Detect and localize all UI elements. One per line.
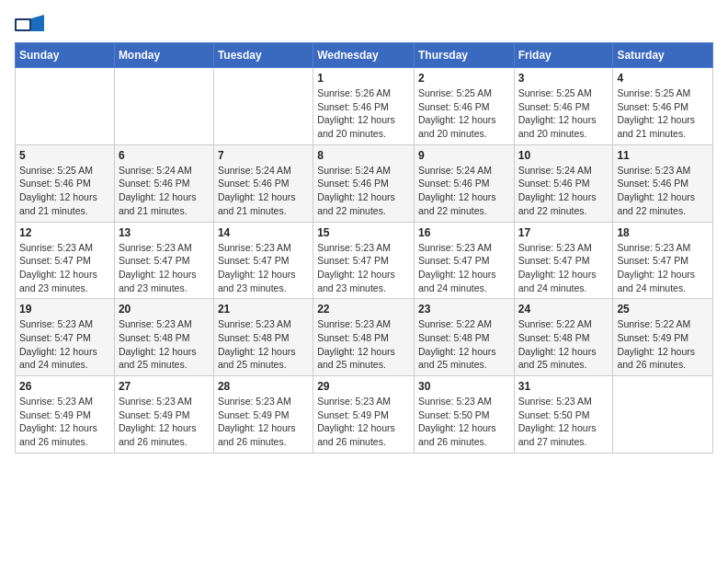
calendar-cell: 28Sunrise: 5:23 AMSunset: 5:49 PMDayligh… (213, 376, 313, 454)
week-row-5: 26Sunrise: 5:23 AMSunset: 5:49 PMDayligh… (16, 376, 713, 454)
header-monday: Monday (114, 43, 213, 68)
day-number: 27 (119, 380, 210, 393)
calendar-cell: 26Sunrise: 5:23 AMSunset: 5:49 PMDayligh… (16, 376, 115, 454)
day-info: Sunrise: 5:25 AMSunset: 5:46 PMDaylight:… (617, 86, 709, 141)
day-number: 24 (518, 303, 609, 316)
calendar-cell: 10Sunrise: 5:24 AMSunset: 5:46 PMDayligh… (514, 144, 613, 222)
day-info: Sunrise: 5:23 AMSunset: 5:47 PMDaylight:… (19, 241, 110, 295)
day-number: 12 (19, 226, 110, 239)
day-number: 7 (218, 149, 309, 162)
calendar-cell: 16Sunrise: 5:23 AMSunset: 5:47 PMDayligh… (414, 222, 514, 299)
day-number: 31 (518, 380, 609, 393)
calendar-cell: 31Sunrise: 5:23 AMSunset: 5:50 PMDayligh… (514, 376, 613, 454)
day-info: Sunrise: 5:24 AMSunset: 5:46 PMDaylight:… (119, 164, 210, 218)
week-row-2: 5Sunrise: 5:25 AMSunset: 5:46 PMDaylight… (16, 144, 713, 222)
calendar-cell: 17Sunrise: 5:23 AMSunset: 5:47 PMDayligh… (514, 222, 613, 299)
page-header (15, 15, 713, 35)
day-info: Sunrise: 5:23 AMSunset: 5:49 PMDaylight:… (317, 395, 410, 449)
calendar-cell: 25Sunrise: 5:22 AMSunset: 5:49 PMDayligh… (613, 299, 713, 376)
logo (15, 15, 48, 35)
calendar-cell: 3Sunrise: 5:25 AMSunset: 5:46 PMDaylight… (514, 68, 613, 145)
header-saturday: Saturday (613, 43, 713, 68)
day-number: 23 (418, 303, 510, 316)
calendar-cell: 23Sunrise: 5:22 AMSunset: 5:48 PMDayligh… (414, 299, 514, 376)
day-info: Sunrise: 5:25 AMSunset: 5:46 PMDaylight:… (418, 86, 510, 141)
day-number: 11 (617, 149, 709, 162)
week-row-1: 1Sunrise: 5:26 AMSunset: 5:46 PMDaylight… (16, 68, 713, 145)
calendar-cell: 7Sunrise: 5:24 AMSunset: 5:46 PMDaylight… (213, 144, 313, 222)
day-info: Sunrise: 5:23 AMSunset: 5:50 PMDaylight:… (418, 395, 510, 449)
calendar-cell (213, 68, 313, 145)
calendar-cell (613, 376, 713, 454)
day-info: Sunrise: 5:24 AMSunset: 5:46 PMDaylight:… (218, 164, 309, 218)
calendar-cell: 4Sunrise: 5:25 AMSunset: 5:46 PMDaylight… (613, 68, 713, 145)
day-number: 2 (418, 72, 510, 85)
day-info: Sunrise: 5:23 AMSunset: 5:47 PMDaylight:… (218, 241, 309, 295)
day-info: Sunrise: 5:23 AMSunset: 5:47 PMDaylight:… (19, 317, 110, 372)
day-info: Sunrise: 5:23 AMSunset: 5:48 PMDaylight:… (317, 317, 410, 372)
day-number: 3 (518, 72, 609, 85)
calendar-cell (114, 68, 213, 145)
day-number: 28 (218, 380, 309, 393)
calendar-cell: 8Sunrise: 5:24 AMSunset: 5:46 PMDaylight… (313, 144, 415, 222)
day-number: 6 (119, 149, 210, 162)
calendar-cell: 13Sunrise: 5:23 AMSunset: 5:47 PMDayligh… (114, 222, 213, 299)
day-number: 10 (518, 149, 609, 162)
calendar-cell: 30Sunrise: 5:23 AMSunset: 5:50 PMDayligh… (414, 376, 514, 454)
day-number: 21 (218, 303, 309, 316)
day-number: 9 (418, 149, 510, 162)
svg-marker-1 (31, 15, 44, 31)
day-info: Sunrise: 5:25 AMSunset: 5:46 PMDaylight:… (19, 164, 110, 218)
day-number: 19 (19, 303, 110, 316)
day-number: 17 (518, 226, 609, 239)
day-info: Sunrise: 5:26 AMSunset: 5:46 PMDaylight:… (317, 86, 410, 141)
day-info: Sunrise: 5:23 AMSunset: 5:47 PMDaylight:… (518, 241, 609, 295)
header-tuesday: Tuesday (213, 43, 313, 68)
calendar-cell: 1Sunrise: 5:26 AMSunset: 5:46 PMDaylight… (313, 68, 415, 145)
calendar-cell: 12Sunrise: 5:23 AMSunset: 5:47 PMDayligh… (16, 222, 115, 299)
calendar-cell: 2Sunrise: 5:25 AMSunset: 5:46 PMDaylight… (414, 68, 514, 145)
week-row-4: 19Sunrise: 5:23 AMSunset: 5:47 PMDayligh… (16, 299, 713, 376)
day-number: 22 (317, 303, 410, 316)
day-info: Sunrise: 5:23 AMSunset: 5:49 PMDaylight:… (19, 395, 110, 449)
day-number: 13 (119, 226, 210, 239)
svg-rect-2 (17, 20, 29, 29)
day-info: Sunrise: 5:23 AMSunset: 5:47 PMDaylight:… (119, 241, 210, 295)
header-wednesday: Wednesday (313, 43, 415, 68)
day-info: Sunrise: 5:23 AMSunset: 5:48 PMDaylight:… (218, 317, 309, 372)
day-number: 18 (617, 226, 709, 239)
day-number: 1 (317, 72, 410, 85)
calendar-cell: 11Sunrise: 5:23 AMSunset: 5:46 PMDayligh… (613, 144, 713, 222)
day-info: Sunrise: 5:23 AMSunset: 5:47 PMDaylight:… (418, 241, 510, 295)
day-number: 30 (418, 380, 510, 393)
calendar-cell: 24Sunrise: 5:22 AMSunset: 5:48 PMDayligh… (514, 299, 613, 376)
day-info: Sunrise: 5:24 AMSunset: 5:46 PMDaylight:… (317, 164, 410, 218)
calendar-cell: 15Sunrise: 5:23 AMSunset: 5:47 PMDayligh… (313, 222, 415, 299)
header-thursday: Thursday (414, 43, 514, 68)
day-info: Sunrise: 5:25 AMSunset: 5:46 PMDaylight:… (518, 86, 609, 141)
day-info: Sunrise: 5:23 AMSunset: 5:50 PMDaylight:… (518, 395, 609, 449)
calendar-cell: 14Sunrise: 5:23 AMSunset: 5:47 PMDayligh… (213, 222, 313, 299)
day-number: 5 (19, 149, 110, 162)
logo-icon (15, 15, 44, 35)
day-number: 26 (19, 380, 110, 393)
calendar-table: SundayMondayTuesdayWednesdayThursdayFrid… (15, 42, 713, 454)
calendar-cell: 27Sunrise: 5:23 AMSunset: 5:49 PMDayligh… (114, 376, 213, 454)
day-info: Sunrise: 5:22 AMSunset: 5:49 PMDaylight:… (617, 317, 709, 372)
day-info: Sunrise: 5:24 AMSunset: 5:46 PMDaylight:… (518, 164, 609, 218)
calendar-header-row: SundayMondayTuesdayWednesdayThursdayFrid… (16, 43, 713, 68)
calendar-cell: 18Sunrise: 5:23 AMSunset: 5:47 PMDayligh… (613, 222, 713, 299)
week-row-3: 12Sunrise: 5:23 AMSunset: 5:47 PMDayligh… (16, 222, 713, 299)
calendar-cell: 19Sunrise: 5:23 AMSunset: 5:47 PMDayligh… (16, 299, 115, 376)
day-info: Sunrise: 5:23 AMSunset: 5:49 PMDaylight:… (218, 395, 309, 449)
day-number: 16 (418, 226, 510, 239)
header-sunday: Sunday (16, 43, 115, 68)
day-info: Sunrise: 5:24 AMSunset: 5:46 PMDaylight:… (418, 164, 510, 218)
day-info: Sunrise: 5:23 AMSunset: 5:47 PMDaylight:… (317, 241, 410, 295)
calendar-cell: 20Sunrise: 5:23 AMSunset: 5:48 PMDayligh… (114, 299, 213, 376)
day-number: 29 (317, 380, 410, 393)
calendar-cell: 22Sunrise: 5:23 AMSunset: 5:48 PMDayligh… (313, 299, 415, 376)
day-info: Sunrise: 5:23 AMSunset: 5:46 PMDaylight:… (617, 164, 709, 218)
calendar-cell: 21Sunrise: 5:23 AMSunset: 5:48 PMDayligh… (213, 299, 313, 376)
day-number: 20 (119, 303, 210, 316)
